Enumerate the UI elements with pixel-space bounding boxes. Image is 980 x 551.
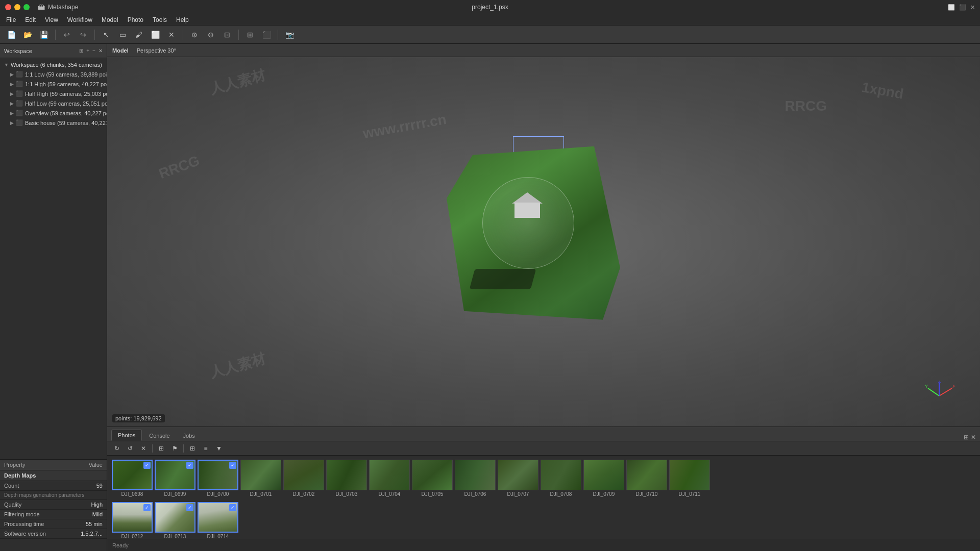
fit-view-button[interactable]: ⊡ [220,28,234,42]
save-button[interactable]: 💾 [37,28,51,42]
workspace-close-icon[interactable]: ✕ [99,48,103,54]
photo-thumb-0707[interactable] [498,460,538,490]
redo-button[interactable]: ↪ [76,28,90,42]
workspace-root-item[interactable]: ▼ Workspace (6 chunks, 354 cameras) [0,60,107,69]
chunk-item-0[interactable]: ▶ ⬛ 1:1 Low (59 cameras, 39,889 points) [0,69,107,79]
photo-thumb-0704[interactable] [369,460,410,490]
rectangle-tool[interactable]: ▭ [115,28,130,42]
workspace-expand-icon[interactable]: ⊞ [79,48,83,54]
select-tool[interactable]: ↖ [99,28,113,42]
photo-item-0700[interactable]: ✓ DJI_0700 [197,460,239,497]
properties-header: Property Value [0,460,107,470]
zoom-out-button[interactable]: ⊖ [204,28,218,42]
filter-button[interactable]: ▼ [213,443,225,454]
photo-thumb-0710[interactable] [626,460,667,490]
chunk-item-5[interactable]: ▶ ⬛ Basic house (59 cameras, 40,227 p... [0,118,107,128]
photo-item-0713[interactable]: ✓ DJI_0713 [154,502,196,539]
photo-item-0711[interactable]: DJI_0711 [669,460,710,497]
menu-view[interactable]: View [41,15,62,24]
chunk-item-4[interactable]: ▶ ⬛ Overview (59 cameras, 40,227 points) [0,108,107,118]
photo-item-0714[interactable]: ✓ DJI_0714 [197,502,239,539]
photo-thumb-0700[interactable]: ✓ [198,460,238,490]
group-button[interactable]: ⊞ [156,443,167,454]
viewport-canvas[interactable]: 人人素材 RRCG www.rrrrr.cn RRCG 人人素材 1xpnd [107,57,980,427]
photo-item-0704[interactable]: DJI_0704 [369,460,410,497]
menu-file[interactable]: File [2,15,20,24]
photo-item-0703[interactable]: DJI_0703 [326,460,368,497]
move-tool[interactable]: ✕ [164,28,179,42]
menu-edit[interactable]: Edit [21,15,40,24]
zoom-in-button[interactable]: ⊕ [187,28,202,42]
thumb-bg-0701 [241,460,281,490]
photo-thumb-0703[interactable] [326,460,367,490]
photo-item-0706[interactable]: DJI_0706 [454,460,496,497]
undo-button[interactable]: ↩ [60,28,74,42]
photo-thumb-0706[interactable] [455,460,496,490]
delete-photo-button[interactable]: ✕ [138,443,149,454]
prop-name-count: Count [4,483,62,489]
window-close-icon[interactable]: ✕ [970,4,975,11]
chunk-item-1[interactable]: ▶ ⬛ 1:1 High (59 cameras, 40,227 points) [0,79,107,89]
photo-thumb-0702[interactable] [283,460,324,490]
photo-thumb-0712[interactable]: ✓ [112,502,153,533]
flag-button[interactable]: ⚑ [169,443,180,454]
chunk-item-2[interactable]: ▶ ⬛ Half High (59 cameras, 25,003 points… [0,89,107,98]
photo-item-0705[interactable]: DJI_0705 [411,460,453,497]
workspace-add-icon[interactable]: + [86,48,89,54]
menu-tools[interactable]: Tools [149,15,171,24]
new-button[interactable]: 📄 [4,28,18,42]
tab-jobs[interactable]: Jobs [177,431,201,441]
menu-workflow[interactable]: Workflow [63,15,96,24]
menu-model[interactable]: Model [97,15,122,24]
tab-console[interactable]: Console [143,431,176,441]
maximize-button[interactable] [23,4,30,10]
photo-thumb-0701[interactable] [240,460,281,490]
photo-thumb-0711[interactable] [669,460,710,490]
toolbar-separator-3 [183,30,183,40]
tab-photos[interactable]: Photos [111,430,142,441]
close-button[interactable] [5,4,11,10]
photo-thumb-0708[interactable] [541,460,581,490]
photo-item-0709[interactable]: DJI_0709 [583,460,625,497]
photo-thumb-0709[interactable] [583,460,624,490]
photo-item-0702[interactable]: DJI_0702 [283,460,325,497]
photo-item-0698[interactable]: ✓ DJI_0698 [111,460,153,497]
photo-label-0705: DJI_0705 [422,491,444,497]
photo-thumb-0714[interactable]: ✓ [198,502,238,533]
photo-item-0710[interactable]: DJI_0710 [626,460,668,497]
photo-item-0708[interactable]: DJI_0708 [540,460,582,497]
rotate-cw-button[interactable]: ↻ [111,443,122,454]
photo-item-0712[interactable]: ✓ DJI_0712 [111,502,153,539]
menu-photo[interactable]: Photo [124,15,148,24]
menu-help[interactable]: Help [172,15,193,24]
window-minimize-icon[interactable]: ⬜ [948,4,955,11]
photo-thumb-0705[interactable] [412,460,453,490]
paint-tool[interactable]: 🖌 [132,28,146,42]
camera-button[interactable]: 📷 [282,28,297,42]
rotate-ccw-button[interactable]: ↺ [125,443,136,454]
photo-house-row: ✓ DJI_0712 ✓ DJI_0713 [111,502,710,539]
points-view[interactable]: ⊞ [243,28,257,42]
thumb-check-0699: ✓ [186,462,193,469]
window-fullscreen-icon[interactable]: ⬛ [959,4,966,11]
photos-panel-expand-icon[interactable]: ⊞ [964,434,969,441]
photos-panel-close-icon[interactable]: ✕ [971,434,976,441]
prop-row-filtering: Filtering mode Mild [0,510,107,519]
grid-view-button[interactable]: ⊞ [187,443,198,454]
photo-thumb-0699[interactable]: ✓ [155,460,195,490]
erase-tool[interactable]: ⬜ [148,28,162,42]
photo-label-0707: DJI_0707 [507,491,529,497]
prop-value-count: 59 [62,483,103,489]
photo-thumb-0698[interactable]: ✓ [112,460,153,490]
surface-view[interactable]: ⬛ [259,28,274,42]
photo-thumb-0713[interactable]: ✓ [155,502,195,533]
open-button[interactable]: 📂 [20,28,35,42]
photo-item-0701[interactable]: DJI_0701 [240,460,282,497]
minimize-button[interactable] [14,4,20,10]
chunk-item-3[interactable]: ▶ ⬛ Half Low (59 cameras, 25,051 points) [0,98,107,108]
photo-item-0699[interactable]: ✓ DJI_0699 [154,460,196,497]
workspace-remove-icon[interactable]: − [92,48,95,54]
list-view-button[interactable]: ≡ [200,443,211,454]
photos-group-main: ✓ DJI_0698 ✓ DJI_0699 [111,460,710,539]
photo-item-0707[interactable]: DJI_0707 [497,460,539,497]
